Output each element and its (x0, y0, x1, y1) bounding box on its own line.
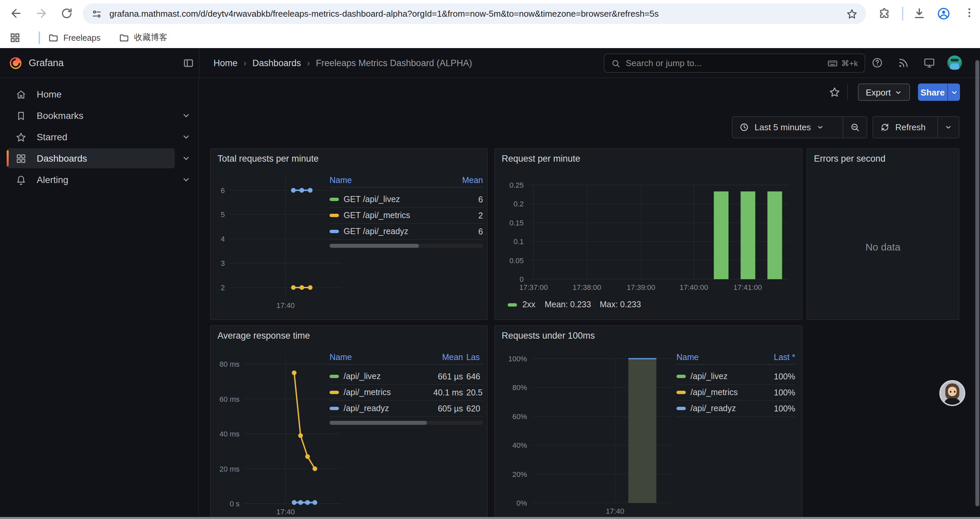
legend-item-2xx[interactable]: 2xx Mean: 0.233 Max: 0.233 (508, 300, 641, 309)
floating-assistant-avatar[interactable] (939, 380, 965, 406)
legend-horizontal-scrollbar[interactable] (329, 244, 483, 248)
url-bar[interactable]: grafana.mathmast.com/d/deytv4rwavabkb/fr… (83, 3, 866, 24)
toolbar-divider (902, 7, 903, 21)
legend-row[interactable]: GET /api/_readyz6 (329, 224, 483, 240)
search-placeholder: Search or jump to... (626, 58, 827, 68)
share-menu-chevron[interactable] (947, 83, 960, 101)
svg-text:17:40: 17:40 (276, 301, 294, 310)
zoom-out-button[interactable] (843, 117, 867, 137)
sidebar-item-bookmarks[interactable]: Bookmarks (7, 105, 175, 126)
sidebar-item-alerting[interactable]: Alerting (7, 170, 175, 190)
kiosk-monitor-icon[interactable] (923, 57, 935, 69)
search-input[interactable]: Search or jump to... ⌘+k (604, 53, 865, 73)
bookmark-folder-freeleaps[interactable]: Freeleaps (44, 30, 104, 45)
svg-text:17:39:00: 17:39:00 (627, 283, 655, 292)
apps-grid-icon[interactable] (10, 32, 21, 43)
legend-row[interactable]: GET /api/_livez6 (329, 192, 483, 208)
legend-column-header[interactable]: Mean (444, 175, 483, 185)
profile-icon[interactable] (937, 7, 951, 21)
grafana-logo[interactable] (9, 56, 23, 70)
legend-row[interactable]: /api/_metrics100% (676, 385, 795, 401)
reload-icon[interactable] (60, 7, 73, 20)
panel-requests-under-100ms: Requests under 100ms 100%80%60%40%20%0%1… (494, 325, 803, 519)
back-icon[interactable] (10, 7, 23, 20)
legend-column-header[interactable]: Name (329, 352, 420, 362)
legend-column-header[interactable]: Mean (420, 352, 463, 362)
panel-title[interactable]: Errors per second (814, 153, 886, 164)
chevron-down-icon (895, 88, 902, 96)
legend-max: Max: 0.233 (600, 300, 641, 309)
legend-value: 100% (757, 372, 795, 381)
legend-horizontal-scrollbar[interactable] (329, 421, 483, 425)
sidebar-item-dashboards[interactable]: Dashboards (7, 148, 175, 168)
zoom-out-icon (850, 122, 860, 132)
legend-row[interactable]: GET /api/_metrics2 (329, 208, 483, 224)
brand-name[interactable]: Grafana (29, 57, 64, 68)
svg-text:0.1: 0.1 (513, 238, 524, 246)
sidebar-item-starred[interactable]: Starred (7, 127, 175, 147)
refresh-button[interactable]: Refresh (873, 117, 937, 137)
legend-row[interactable]: /api/_metrics40.1 ms20.5 r (329, 385, 483, 401)
svg-text:0: 0 (520, 275, 524, 284)
legend-column-header[interactable]: Name (676, 352, 757, 362)
time-range-picker[interactable]: Last 5 minutes (732, 117, 843, 137)
legend-row[interactable]: /api/_readyz605 µs620 (329, 401, 483, 417)
svg-text:0.15: 0.15 (509, 219, 524, 227)
keyboard-icon (827, 58, 838, 69)
user-avatar[interactable] (947, 56, 962, 70)
sidebar-item-home[interactable]: Home (7, 84, 175, 104)
svg-text:0.2: 0.2 (513, 200, 524, 208)
folder-icon (48, 32, 59, 43)
chevron-down-icon[interactable] (181, 153, 191, 163)
svg-text:4: 4 (221, 235, 225, 243)
series-color-pill (676, 407, 686, 410)
page-vertical-scrollbar[interactable] (975, 60, 979, 506)
bookmark-folder-blogs[interactable]: 收藏博客 (115, 30, 172, 45)
browser-toolbar: grafana.mathmast.com/d/deytv4rwavabkb/fr… (0, 0, 980, 27)
legend-row[interactable]: /api/_livez661 µs646 (329, 369, 483, 385)
breadcrumb-current: Freeleaps Metrics Dashboard (ALPHA) (316, 58, 472, 68)
legend-row[interactable]: /api/_livez100% (676, 369, 795, 385)
svg-text:2: 2 (221, 284, 225, 292)
share-button[interactable]: Share (918, 83, 960, 101)
series-color-pill (329, 214, 339, 217)
dashboards-grid-icon (15, 153, 27, 164)
legend-value: 605 µs (420, 404, 463, 413)
legend-column-header[interactable]: Las (463, 352, 483, 362)
breadcrumb-dashboards[interactable]: Dashboards (253, 58, 301, 68)
grafana-header: Grafana Home › Dashboards › Freeleaps Me… (0, 48, 980, 78)
panel-average-response-time: Average response time 80 ms60 ms40 ms20 … (210, 325, 488, 519)
sidebar-toggle-icon[interactable] (183, 57, 194, 69)
clock-icon (739, 122, 749, 132)
forward-icon[interactable] (35, 7, 48, 20)
chevron-down-icon[interactable] (181, 111, 191, 120)
breadcrumb-home[interactable]: Home (213, 58, 237, 68)
help-icon[interactable] (871, 57, 883, 69)
favorite-star-icon[interactable] (829, 86, 841, 98)
panel-total-requests-per-minute: Total requests per minute 6543217:40 Nam… (210, 148, 488, 320)
refresh-interval-chevron[interactable] (938, 117, 959, 137)
scrollbar-thumb[interactable] (329, 244, 419, 248)
legend-value: 661 µs (420, 372, 463, 381)
legend-column-header[interactable]: Name (329, 175, 444, 185)
home-icon (15, 88, 27, 100)
menu-kebab-icon[interactable] (963, 7, 975, 19)
downloads-icon[interactable] (913, 7, 926, 20)
star-icon (15, 131, 27, 143)
svg-text:20%: 20% (512, 470, 527, 479)
breadcrumb-separator: › (243, 58, 247, 68)
svg-text:5: 5 (221, 211, 225, 219)
bookmark-star-icon[interactable] (846, 8, 858, 20)
chevron-down-icon[interactable] (181, 175, 191, 184)
scrollbar-thumb[interactable] (329, 421, 427, 425)
extensions-icon[interactable] (878, 7, 891, 20)
legend-column-header[interactable]: Last * (757, 352, 795, 362)
url-text[interactable]: grafana.mathmast.com/d/deytv4rwavabkb/fr… (110, 9, 841, 19)
controls-divider (847, 84, 848, 100)
export-button[interactable]: Export (858, 83, 910, 101)
legend-row[interactable]: /api/_readyz100% (676, 401, 795, 417)
site-settings-icon[interactable] (91, 8, 102, 19)
news-rss-icon[interactable] (897, 57, 909, 69)
chevron-down-icon[interactable] (181, 132, 191, 142)
search-shortcut: ⌘+k (827, 58, 858, 69)
